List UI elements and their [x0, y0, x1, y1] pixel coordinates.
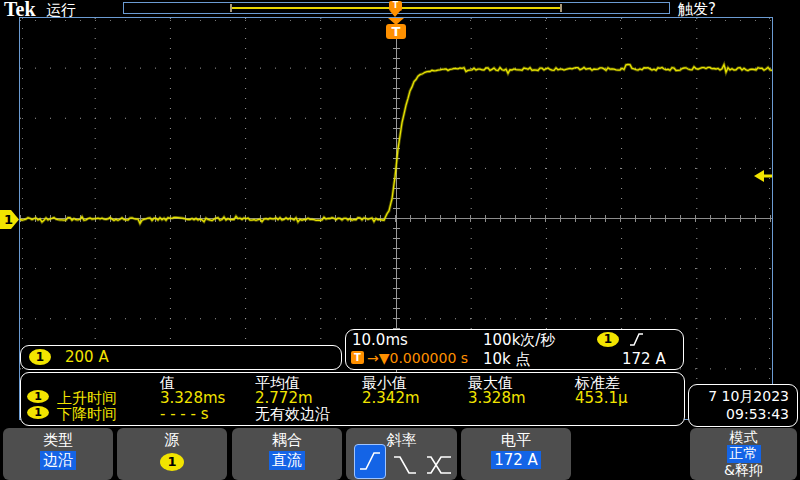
menu-label: 耦合 [232, 431, 342, 450]
menu-button-source[interactable]: 源 1 [117, 428, 227, 480]
date-value: 7 10月2023 [708, 388, 789, 406]
oscilloscope-screen: { "header": { "logo": "Tek", "status": "… [0, 0, 800, 480]
source-channel-badge: 1 [160, 453, 184, 471]
menu-button-mode[interactable]: 模式 正常 &释抑 [690, 428, 797, 480]
measurement-min: 2.342m [362, 389, 420, 407]
top-status-strip: Tek 运行 T 触发? [0, 0, 800, 18]
trigger-level-value: 172 A [622, 350, 666, 368]
menu-button-coupling[interactable]: 耦合 直流 [232, 428, 342, 480]
level-value: 172 A [491, 451, 541, 469]
measurement-table: 值 平均值 最小值 最大值 标准差 1 上升时间 3.328ms 2.772m … [20, 372, 685, 426]
record-window-right-bracket-icon [560, 4, 562, 12]
channel-1-badge: 1 [27, 406, 49, 419]
menu-label: 源 [117, 431, 227, 450]
trigger-source-badge: 1 [597, 332, 619, 347]
menu-label: 电平 [461, 431, 571, 450]
timebase-readout[interactable]: 10.0ms 100k次/秒 1 T →▼0.000000 s 10k 点 17… [345, 329, 684, 370]
menu-button-type[interactable]: 类型 边沿 [3, 428, 113, 480]
rising-edge-icon [629, 332, 645, 347]
trigger-level-arrow-icon[interactable] [754, 169, 772, 183]
channel-1-badge: 1 [29, 349, 51, 365]
trigger-position-value: →▼0.000000 s [367, 350, 468, 366]
measurement-stddev: 453.1µ [575, 389, 628, 407]
sample-rate: 100k次/秒 [483, 331, 555, 350]
channel-scale: 200 A [65, 348, 109, 366]
measurement-max: 3.328m [468, 389, 526, 407]
type-value: 边沿 [40, 451, 76, 470]
channel-readout[interactable]: 1 200 A [20, 345, 342, 370]
trigger-position-bar-marker[interactable]: T [389, 1, 402, 17]
mode-value: 正常 [727, 445, 761, 463]
datetime-box: 7 10月2023 09:53:43 [688, 384, 798, 427]
timebase-value: 10.0ms [352, 331, 408, 349]
menu-button-slope[interactable]: 斜率 [346, 428, 457, 480]
menu-label: 类型 [3, 431, 113, 450]
trigger-position-marker[interactable]: T [384, 18, 408, 44]
trigger-t-icon: T [351, 351, 364, 364]
record-points: 10k 点 [483, 350, 531, 369]
measurement-status: 无有效边沿 [255, 405, 330, 424]
slope-rising-selected[interactable] [354, 444, 386, 479]
coupling-value: 直流 [269, 451, 305, 470]
trigger-t-icon: T [389, 1, 402, 11]
channel-1-badge: 1 [27, 390, 49, 403]
measurement-name: 下降时间 [57, 405, 117, 424]
rising-edge-icon [358, 449, 382, 473]
mode-value-2: &释抑 [690, 462, 797, 480]
channel-1-flag[interactable]: 1 [0, 210, 19, 229]
record-window-left-bracket-icon [230, 4, 232, 12]
measurement-value: - - - - s [160, 405, 209, 423]
both-edges-icon[interactable] [425, 453, 453, 477]
time-value: 09:53:43 [726, 406, 789, 422]
falling-edge-icon[interactable] [392, 453, 418, 477]
trigger-t-icon: T [386, 24, 406, 39]
menu-button-level[interactable]: 电平 172 A [461, 428, 571, 480]
